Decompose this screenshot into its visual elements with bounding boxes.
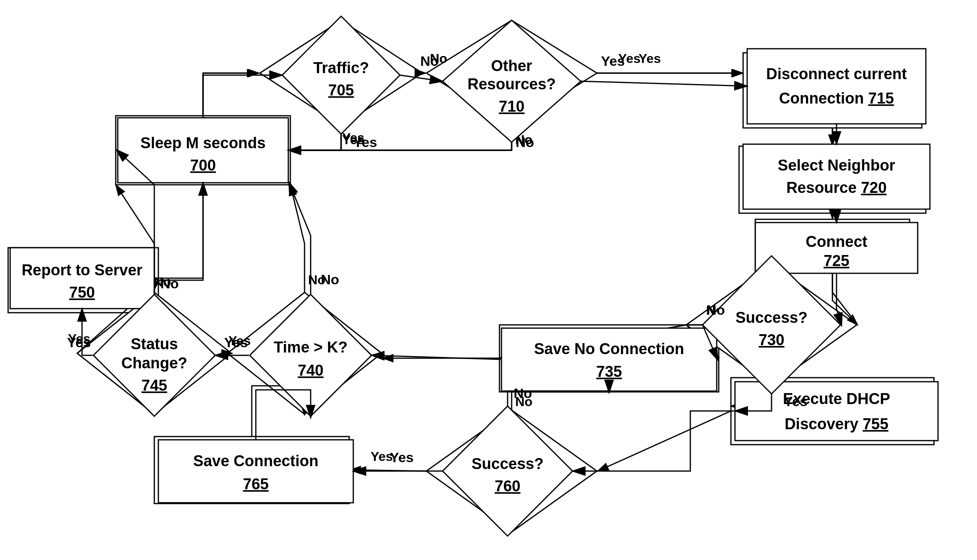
- timek-text1: Time > K?: [274, 339, 348, 356]
- save-no-to-timek: [372, 355, 501, 359]
- save-no-rect: [501, 328, 717, 391]
- status-text3: 745: [141, 377, 167, 394]
- yes-status-label: Yes: [67, 335, 91, 350]
- report-text1: Report to Server: [22, 262, 143, 279]
- no-traffic-label: No: [420, 53, 439, 69]
- other-yes-arrow: [581, 81, 746, 86]
- no-other-label: No: [516, 134, 534, 150]
- success760-text1: Success?: [471, 455, 543, 472]
- sleep-loop-arrow: [203, 75, 281, 118]
- select-text2: Resource 720: [786, 179, 886, 196]
- yes-traffic-label: Yes: [353, 134, 377, 150]
- yes-timek-label: Yes: [224, 335, 248, 350]
- success730-text1: Success?: [735, 309, 807, 326]
- other-text1: Other: [491, 57, 532, 74]
- other-text2: Resources?: [467, 76, 556, 93]
- timek-no-arrow: [289, 183, 311, 294]
- dhcp-to-success760: [573, 411, 734, 471]
- connect-text2: 725: [824, 252, 849, 269]
- yes-other-label: Yes: [601, 53, 625, 69]
- connect-to-success730: [837, 273, 841, 325]
- traffic-text2: 705: [328, 82, 354, 99]
- disconnect-text1: Disconnect current: [766, 65, 907, 82]
- other-text3: 710: [499, 98, 524, 115]
- other-no-arrow: [289, 142, 512, 150]
- select-rect: [743, 144, 930, 209]
- save-no-text2: 735: [596, 363, 622, 380]
- sleep-text2: 700: [190, 157, 216, 174]
- connect-text1: Connect: [806, 233, 867, 250]
- report-text2: 750: [69, 284, 95, 301]
- disconnect-text2: Connection 715: [779, 90, 894, 107]
- disconnect-rect: [747, 49, 926, 124]
- traffic-text1: Traffic?: [313, 59, 369, 76]
- timek-text2: 740: [298, 362, 323, 379]
- select-text1: Select Neighbor: [778, 157, 895, 174]
- no-success730-label: No: [707, 302, 725, 318]
- sleep-text1: Sleep M seconds: [140, 134, 266, 151]
- traffic-no-arrow: [400, 75, 442, 81]
- no-timek-label: No: [321, 272, 339, 287]
- save-conn-rect: [158, 440, 353, 503]
- dhcp-text2: Discovery 755: [785, 415, 888, 432]
- success730-text2: 730: [759, 331, 784, 348]
- status-text2: Change?: [121, 355, 188, 372]
- save-conn-text1: Save Connection: [193, 452, 318, 469]
- save-no-text1: Save No Connection: [534, 340, 684, 357]
- yes-success730-label: Yes: [784, 394, 808, 409]
- save-conn-text2: 765: [243, 476, 268, 493]
- success760-text2: 760: [495, 478, 520, 495]
- no-status-label: No: [160, 276, 179, 291]
- traffic-yes-arrow: [289, 134, 341, 150]
- no-success760-label: No: [514, 385, 532, 401]
- report-to-sleep: [155, 184, 203, 278]
- yes-success760-label: Yes: [390, 450, 414, 465]
- status-text1: Status: [131, 335, 178, 352]
